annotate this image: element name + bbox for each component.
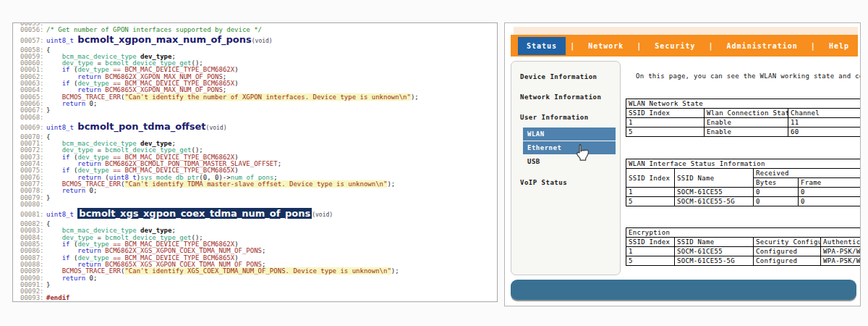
code-line: 00056:/* Get number of GPON interfaces s… — [20, 27, 497, 33]
code-line: 00091:} — [20, 282, 497, 288]
column-header: Frame — [799, 178, 861, 188]
table-cell: SOCM-61CE55 — [675, 188, 754, 197]
table-cell: Configured — [754, 256, 821, 266]
line-number: 00081: — [20, 209, 46, 220]
line-number: 00080: — [20, 201, 46, 208]
table-cell: 1 — [626, 118, 705, 128]
sidebar-subitem-usb[interactable]: USB — [523, 155, 616, 168]
footer-bar — [511, 280, 856, 300]
column-header: SSID Index — [626, 109, 705, 118]
nav-separator: | — [566, 42, 579, 50]
line-number: 00057: — [20, 35, 46, 46]
code-editor-panel[interactable]: 00055:00056:/* Get number of GPON interf… — [12, 22, 498, 302]
nav-tabs: Status|Network|Security|Administration|H… — [511, 35, 858, 57]
column-header: SSID Index — [626, 238, 675, 247]
sidebar: Device InformationNetwork InformationUse… — [511, 61, 621, 275]
line-number: 00056: — [20, 27, 46, 33]
sidebar-subitem-wlan[interactable]: WLAN — [523, 128, 616, 141]
code-line: 00067:} — [20, 107, 497, 114]
sidebar-item-voip-status[interactable]: VoIP Status — [511, 175, 620, 191]
code-line: 00092: — [20, 288, 497, 295]
column-header: Wlan Connection Status — [705, 109, 788, 118]
table-cell: SOCM-61CE55 — [675, 247, 754, 256]
nav-separator: | — [807, 42, 820, 50]
table-cell: 11 — [788, 118, 861, 128]
page-description: On this page, you can see the WLAN worki… — [624, 72, 861, 80]
table-cell: 0 — [799, 188, 861, 197]
code-line: 00081:uint8_t bcmolt_xgs_xgpon_coex_tdma… — [20, 208, 497, 221]
nav-separator: | — [705, 42, 718, 50]
line-number: 00069: — [20, 122, 46, 133]
table-cell: SOCM-61CE55-5G — [675, 256, 754, 266]
table-cell: Enable — [705, 118, 788, 128]
sidebar-item-device-information[interactable]: Device Information — [511, 69, 620, 85]
table-row: 1SOCM-61CE55ConfiguredWPA-PSK/W — [626, 247, 861, 256]
nav-separator: | — [632, 42, 646, 50]
code-line: 00066: return 0; — [20, 101, 497, 107]
table-header-row: SSID IndexSSID NameSecurity Configuratio… — [626, 238, 861, 247]
table-row: 1Enable11 — [626, 118, 861, 128]
table-row: 5SOCM-61CE55-5G00 — [626, 197, 861, 206]
table-cell: WPA-PSK/W — [821, 256, 861, 266]
tab-administration[interactable]: Administration — [718, 37, 807, 55]
table-cell: Configured — [754, 247, 821, 256]
table-cell: 0 — [754, 197, 799, 206]
router-admin-panel: Status|Network|Security|Administration|H… — [504, 22, 861, 306]
table-cell: 5 — [626, 197, 675, 206]
table-cell: 5 — [626, 128, 705, 137]
table-cell: 60 — [788, 128, 861, 137]
code-line: 00069:uint8_t bcmolt_pon_tdma_offset(voi… — [20, 121, 497, 134]
line-number: 00068: — [20, 114, 46, 121]
table-wlan-interface-status-information: WLAN Interface Status InformationSSID In… — [626, 159, 861, 206]
table-cell: Enable — [705, 128, 788, 137]
table-cell: SOCM-61CE55-5G — [675, 197, 754, 206]
column-header: Bytes — [754, 178, 799, 188]
code-lines: 00055:00056:/* Get number of GPON interf… — [13, 22, 497, 302]
table-cell: WPA-PSK/W — [821, 247, 861, 256]
column-header: SSID Name — [675, 238, 754, 247]
table-row: 5Enable60 — [626, 128, 861, 137]
table-cell: 0 — [754, 188, 799, 197]
column-header: SSID Index — [626, 169, 675, 188]
table-title: Encryption — [626, 228, 861, 238]
line-number: 00093: — [20, 295, 46, 301]
sidebar-item-user-information[interactable]: User Information — [511, 109, 620, 125]
table-cell: 0 — [799, 197, 861, 206]
column-header: Received — [754, 169, 861, 178]
column-header: Channel — [788, 109, 861, 118]
table-row: 1SOCM-61CE5500 — [626, 188, 861, 197]
code-line: 00080: — [20, 201, 497, 208]
code-line: 00090: return 0; — [20, 275, 497, 282]
table-wlan-network-state: WLAN Network StateSSID IndexWlan Connect… — [626, 99, 861, 137]
banner-strip — [514, 27, 858, 35]
tab-security[interactable]: Security — [646, 37, 704, 55]
column-header: Security Configuration — [754, 238, 821, 247]
column-header: SSID Name — [675, 169, 754, 188]
table-cell: 1 — [626, 188, 675, 197]
table-title: WLAN Interface Status Information — [626, 159, 861, 169]
table-cell: 1 — [626, 247, 675, 256]
screenshot-root: 00055:00056:/* Get number of GPON interf… — [0, 0, 868, 326]
sidebar-item-network-information[interactable]: Network Information — [511, 89, 620, 105]
table-title: WLAN Network State — [626, 99, 861, 109]
code-line: 00068: — [20, 114, 497, 121]
table-row: 5SOCM-61CE55-5GConfiguredWPA-PSK/W — [626, 256, 861, 266]
table-cell: 5 — [626, 256, 675, 266]
main-content: On this page, you can see the WLAN worki… — [624, 61, 861, 300]
table-header-row: SSID IndexWlan Connection StatusChannel — [626, 109, 861, 118]
tab-network[interactable]: Network — [579, 37, 632, 55]
tables-container: WLAN Network StateSSID IndexWlan Connect… — [624, 99, 861, 266]
tab-help[interactable]: Help — [820, 37, 858, 55]
sidebar-subitem-ethernet[interactable]: Ethernet — [523, 141, 616, 154]
table-encryption: EncryptionSSID IndexSSID NameSecurity Co… — [626, 227, 861, 266]
column-header: Authentication Type — [821, 238, 861, 247]
tab-status[interactable]: Status — [518, 37, 566, 55]
table-header-row: SSID IndexSSID NameReceived — [626, 169, 861, 178]
code-line: 00079:} — [20, 195, 497, 201]
code-line: 00057:uint8_t bcmolt_xgpon_max_num_of_po… — [20, 34, 497, 47]
code-line: 00078: return 0; — [20, 188, 497, 194]
code-line: 00093:#endif — [20, 295, 497, 301]
